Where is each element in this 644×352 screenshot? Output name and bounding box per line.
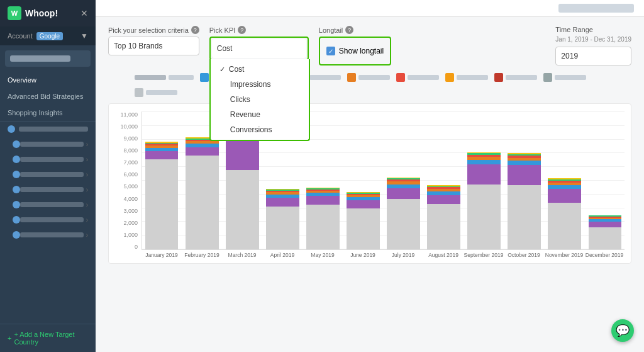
bar-segment-purple xyxy=(427,195,460,205)
kpi-option-revenue[interactable]: Revenue xyxy=(211,107,309,122)
item-bar-6 xyxy=(20,217,84,222)
sidebar-row-5[interactable]: › xyxy=(0,197,96,212)
dot-icon-8 xyxy=(13,231,20,239)
y-axis-label: 1,000 xyxy=(123,232,138,238)
item-bar-4 xyxy=(20,187,84,192)
y-axis-label: 5,000 xyxy=(123,183,138,190)
bar-segment-gray xyxy=(508,185,541,249)
kpi-option-clicks[interactable]: Clicks xyxy=(211,92,309,107)
longtail-checkbox[interactable]: ✓ xyxy=(326,47,335,55)
legend-color-2 xyxy=(200,73,209,82)
sidebar-section-1[interactable] xyxy=(0,121,96,137)
bar-segment-purple xyxy=(266,198,299,207)
bar-group xyxy=(303,188,342,249)
x-axis-label: October 2019 xyxy=(504,252,544,258)
selection-criteria-label: Pick your selection criteria ? xyxy=(108,26,199,34)
shopping-label: Shopping Insights xyxy=(8,109,62,116)
bar-stack xyxy=(387,177,420,249)
content-area: Pick your selection criteria ? Top 10 Br… xyxy=(96,17,644,352)
longtail-show-label: Show longtail xyxy=(339,47,384,55)
item-bar-1 xyxy=(20,142,84,147)
sidebar-header: W Whoop! ✕ xyxy=(0,0,96,26)
bar-group xyxy=(263,189,302,249)
bar-stack xyxy=(347,192,380,249)
main-content: Pick your selection criteria ? Top 10 Br… xyxy=(96,0,644,352)
kpi-help-icon[interactable]: ? xyxy=(238,26,246,34)
x-axis-label: February 2019 xyxy=(182,252,222,258)
sidebar-item-overview[interactable]: Overview xyxy=(0,72,96,88)
kpi-dropdown: Cost Impressions Clicks Revenue Conversi xyxy=(209,59,310,141)
user-info xyxy=(558,4,634,13)
time-range-dates: Jan 1, 2019 - Dec 31, 2019 xyxy=(555,36,631,43)
account-section[interactable]: Account Google ▼ xyxy=(0,26,96,45)
kpi-option-conversions[interactable]: Conversions xyxy=(211,122,309,137)
bar-group xyxy=(545,178,584,249)
y-axis-label: 7,000 xyxy=(123,159,138,166)
kpi-select[interactable]: Cost Impressions Clicks Revenue Conversi… xyxy=(212,39,306,58)
add-country-button[interactable]: + + Add a New Target Country xyxy=(0,324,96,352)
selection-criteria-select[interactable]: Top 10 Brands xyxy=(108,37,199,55)
bar-segment-purple xyxy=(387,188,420,198)
legend-item-1 xyxy=(135,75,194,80)
legend-item-7 xyxy=(445,73,488,82)
time-range-label: Time Range xyxy=(555,26,631,33)
app-title: Whoop! xyxy=(25,8,58,18)
bar-segment-purple xyxy=(226,140,259,170)
sidebar-row-3[interactable]: › xyxy=(0,167,96,182)
bar-stack xyxy=(266,189,299,249)
y-axis: 11,00010,0009,0008,0007,0006,0005,0004,0… xyxy=(115,111,142,250)
item-bar-5 xyxy=(20,202,84,207)
bar-segment-gray xyxy=(306,205,340,249)
y-axis-label: 3,000 xyxy=(123,208,138,214)
bar-segment-gray xyxy=(467,185,501,249)
kpi-wrapper: Cost Impressions Clicks Revenue Conversi… xyxy=(209,37,309,60)
legend-color-8 xyxy=(494,73,503,82)
y-axis-label: 6,000 xyxy=(123,171,138,178)
close-icon[interactable]: ✕ xyxy=(80,8,88,18)
chevron-right-icon-6: › xyxy=(86,217,88,224)
bar-stack xyxy=(508,153,541,249)
sidebar-search[interactable] xyxy=(5,50,91,67)
overview-label: Overview xyxy=(8,76,36,84)
legend-item-5 xyxy=(347,73,390,82)
section-bar xyxy=(19,127,88,132)
longtail-help-icon[interactable]: ? xyxy=(345,26,353,34)
bar-segment-gray xyxy=(145,159,179,249)
bar-stack xyxy=(548,178,581,249)
sidebar-item-advanced-bid[interactable]: Advanced Bid Strategies xyxy=(0,88,96,105)
item-bar-2 xyxy=(20,157,84,162)
y-axis-label: 8,000 xyxy=(123,147,138,154)
chat-bubble-button[interactable]: 💬 xyxy=(611,319,634,342)
bar-segment-gray xyxy=(186,156,219,249)
x-axis-label: May 2019 xyxy=(303,252,343,258)
kpi-option-impressions[interactable]: Impressions xyxy=(211,77,309,92)
x-axis-label: August 2019 xyxy=(423,252,464,258)
sidebar-row-6[interactable]: › xyxy=(0,212,96,227)
app-logo: W Whoop! xyxy=(8,6,58,20)
bar-segment-gray xyxy=(266,207,299,249)
bar-group xyxy=(142,142,181,249)
selection-help-icon[interactable]: ? xyxy=(191,26,199,34)
search-bar-placeholder xyxy=(10,55,70,62)
sidebar-row-7[interactable]: › xyxy=(0,227,96,242)
kpi-group: Pick KPI ? Cost Impressions Clicks Reven… xyxy=(209,26,309,60)
time-range-select[interactable]: 2019 xyxy=(555,47,631,65)
bar-stack xyxy=(467,152,501,249)
bar-segment-gray xyxy=(387,199,420,249)
dot-icon-4 xyxy=(13,171,20,178)
legend-color-1 xyxy=(135,75,166,80)
chevron-right-icon-5: › xyxy=(86,202,88,208)
sidebar-row-4[interactable]: › xyxy=(0,182,96,197)
dot-icon-5 xyxy=(13,186,20,193)
bar-segment-blue xyxy=(467,160,501,164)
kpi-option-cost[interactable]: Cost xyxy=(211,62,309,77)
bar-group xyxy=(223,126,262,249)
x-axis-label: June 2019 xyxy=(343,252,383,258)
sidebar-item-shopping[interactable]: Shopping Insights xyxy=(0,105,96,121)
sidebar-row-2[interactable]: › xyxy=(0,152,96,167)
dot-icon-7 xyxy=(13,216,20,224)
legend-color-10 xyxy=(135,88,143,97)
sidebar-row-1[interactable]: › xyxy=(0,137,96,152)
bar-group xyxy=(586,215,625,249)
chevron-right-icon-4: › xyxy=(86,186,88,193)
